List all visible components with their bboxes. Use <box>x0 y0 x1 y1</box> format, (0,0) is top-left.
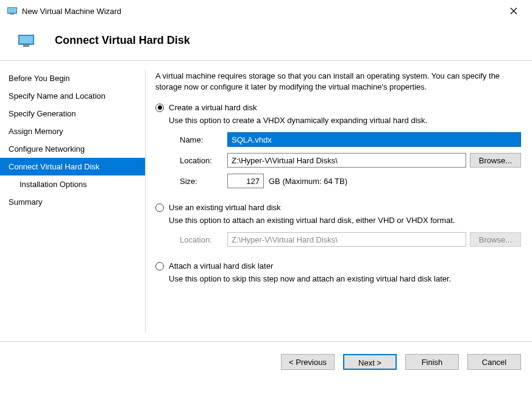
option-create-desc: Use this option to create a VHDX dynamic… <box>155 116 521 125</box>
sidebar-item-before-you-begin[interactable]: Before You Begin <box>0 69 145 87</box>
previous-button[interactable]: < Previous <box>281 354 335 370</box>
sidebar-item-installation-options[interactable]: Installation Options <box>0 175 145 193</box>
svg-rect-2 <box>10 13 14 15</box>
page-title: Connect Virtual Hard Disk <box>55 34 190 47</box>
option-existing-label: Use an existing virtual hard disk <box>169 203 281 212</box>
option-existing-desc: Use this option to attach an existing vi… <box>155 216 521 225</box>
finish-button[interactable]: Finish <box>405 354 459 370</box>
option-existing-row[interactable]: Use an existing virtual hard disk <box>155 203 521 212</box>
app-icon <box>7 7 17 15</box>
size-label: Size: <box>180 177 224 186</box>
option-existing-radio[interactable] <box>155 203 164 212</box>
main-panel: A virtual machine requires storage so th… <box>146 61 532 341</box>
existing-location-input <box>227 232 466 247</box>
option-later-label: Attach a virtual hard disk later <box>169 261 273 271</box>
content: Before You Begin Specify Name and Locati… <box>0 61 532 341</box>
sidebar-item-configure-networking[interactable]: Configure Networking <box>0 140 145 158</box>
location-input[interactable] <box>227 153 466 168</box>
wizard-steps-sidebar: Before You Begin Specify Name and Locati… <box>0 61 145 341</box>
existing-browse-button: Browse... <box>470 232 521 247</box>
size-input[interactable] <box>227 174 264 188</box>
option-later-row[interactable]: Attach a virtual hard disk later <box>155 261 521 271</box>
footer: < Previous Next > Finish Cancel <box>0 342 532 370</box>
option-create-label: Create a virtual hard disk <box>169 103 257 112</box>
wizard-icon <box>18 35 34 47</box>
svg-rect-7 <box>23 44 29 47</box>
cancel-button[interactable]: Cancel <box>467 354 521 370</box>
create-fieldgroup: Name: Location: Browse... Size: GB (Maxi… <box>155 131 521 194</box>
sidebar-item-connect-vhd[interactable]: Connect Virtual Hard Disk <box>0 158 145 175</box>
option-later-desc: Use this option to skip this step now an… <box>155 274 521 283</box>
option-create-radio[interactable] <box>155 104 164 112</box>
svg-rect-1 <box>8 8 16 13</box>
window-title: New Virtual Machine Wizard <box>22 7 502 16</box>
titlebar: New Virtual Machine Wizard <box>0 0 532 21</box>
sidebar-item-specify-name[interactable]: Specify Name and Location <box>0 87 145 105</box>
browse-button[interactable]: Browse... <box>470 153 521 168</box>
page-header: Connect Virtual Hard Disk <box>0 21 532 60</box>
location-label: Location: <box>180 156 224 165</box>
next-button[interactable]: Next > <box>343 354 397 370</box>
svg-rect-6 <box>20 36 33 43</box>
sidebar-item-specify-generation[interactable]: Specify Generation <box>0 105 145 122</box>
name-label: Name: <box>180 135 224 144</box>
sidebar-item-assign-memory[interactable]: Assign Memory <box>0 122 145 140</box>
size-suffix: GB (Maximum: 64 TB) <box>269 177 347 186</box>
option-create-row[interactable]: Create a virtual hard disk <box>155 103 521 112</box>
close-button[interactable] <box>502 4 526 18</box>
existing-location-label: Location: <box>180 235 224 244</box>
name-input[interactable] <box>227 132 521 147</box>
existing-fieldgroup: Location: Browse... <box>155 231 521 253</box>
intro-text: A virtual machine requires storage so th… <box>155 71 521 92</box>
option-later-radio[interactable] <box>155 262 164 271</box>
sidebar-item-summary[interactable]: Summary <box>0 193 145 211</box>
